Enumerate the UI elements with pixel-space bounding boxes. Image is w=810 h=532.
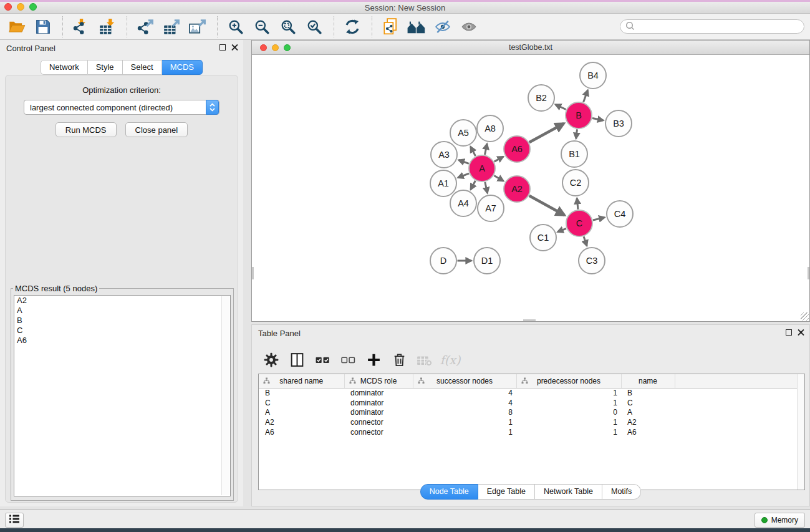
network-canvas[interactable]: AA1A3A5A8A4A7A6A2BB2B4B3B1C2CC4C1C3DD1 (252, 55, 809, 321)
node-A7[interactable]: A7 (478, 195, 504, 221)
tab-style[interactable]: Style (88, 60, 123, 75)
run-mcds-button[interactable]: Run MCDS (55, 122, 117, 137)
result-scrollbar[interactable] (221, 296, 229, 495)
table-row[interactable]: A2connector11A2 (259, 417, 804, 427)
column-header-predecessor-nodes[interactable]: predecessor nodes (516, 374, 621, 388)
edge-C-C1[interactable] (557, 228, 566, 231)
node-A1[interactable]: A1 (430, 170, 456, 196)
tab-network-table[interactable]: Network Table (535, 484, 602, 500)
column-header-name[interactable]: name (621, 374, 675, 388)
table-scrollbar[interactable] (797, 374, 804, 490)
refresh-icon[interactable] (342, 16, 363, 37)
clone-network-icon[interactable] (380, 16, 401, 37)
node-A2[interactable]: A2 (504, 176, 530, 202)
zoom-selected-icon[interactable] (304, 16, 325, 37)
edge-B-B4[interactable] (584, 90, 588, 102)
node-C2[interactable]: C2 (562, 170, 589, 196)
node-C3[interactable]: C3 (579, 248, 605, 274)
node-C1[interactable]: C1 (530, 225, 556, 251)
left-scroll-thumb[interactable] (252, 267, 254, 279)
tab-mcds[interactable]: MCDS (162, 60, 203, 75)
zoom-fit-icon[interactable] (277, 16, 299, 37)
column-header-shared-name[interactable]: shared name (259, 374, 344, 388)
export-network-icon[interactable] (135, 16, 156, 37)
tab-edge-table[interactable]: Edge Table (478, 484, 535, 500)
node-B4[interactable]: B4 (580, 62, 606, 89)
node-C4[interactable]: C4 (607, 201, 633, 227)
node-A6[interactable]: A6 (504, 136, 530, 162)
table-row[interactable]: Adominator80A (259, 407, 804, 417)
bottom-scroll-thumb[interactable] (523, 319, 536, 321)
node-D[interactable]: D (430, 248, 456, 274)
mcds-result-item[interactable]: B (14, 316, 230, 326)
delete-row-trash-icon[interactable] (391, 352, 407, 368)
show-columns-icon[interactable] (289, 352, 305, 368)
node-B2[interactable]: B2 (528, 85, 554, 111)
edge-B-B2[interactable] (556, 105, 566, 110)
node-A4[interactable]: A4 (450, 190, 476, 216)
search-input[interactable] (637, 22, 804, 31)
select-all-icon[interactable] (314, 352, 330, 368)
edge-A2-C[interactable] (529, 196, 565, 215)
node-B3[interactable]: B3 (605, 110, 632, 137)
node-A5[interactable]: A5 (450, 120, 476, 146)
tab-select[interactable]: Select (123, 60, 162, 75)
optimization-criterion-select[interactable]: largest connected component (directed) (24, 100, 219, 115)
edge-B-B1[interactable] (576, 129, 577, 138)
node-C[interactable]: C (566, 210, 592, 236)
import-table-icon[interactable] (97, 16, 118, 37)
search-field[interactable] (620, 19, 804, 34)
zoom-out-icon[interactable] (251, 16, 272, 37)
show-eye-icon[interactable] (458, 16, 480, 37)
task-history-button[interactable] (5, 513, 24, 528)
export-table-icon[interactable] (161, 16, 182, 37)
float-table-panel-icon[interactable] (786, 329, 792, 336)
edge-A-A3[interactable] (459, 160, 469, 163)
edge-A6-B[interactable] (529, 123, 564, 142)
tab-network[interactable]: Network (41, 60, 88, 75)
float-panel-icon[interactable] (219, 44, 226, 51)
mcds-result-item[interactable]: A (14, 306, 230, 316)
deselect-all-icon[interactable] (340, 352, 356, 368)
edge-A-A8[interactable] (485, 143, 487, 154)
close-panel-button[interactable]: Close panel (125, 122, 188, 137)
table-row[interactable]: A6connector11A6 (259, 427, 804, 437)
close-panel-icon[interactable] (231, 44, 238, 51)
edge-B-B3[interactable] (592, 118, 603, 120)
edge-A-A5[interactable] (471, 147, 476, 156)
tab-node-table[interactable]: Node Table (420, 484, 478, 500)
node-A8[interactable]: A8 (477, 115, 503, 142)
edge-A-A1[interactable] (458, 173, 469, 178)
table-settings-gear-icon[interactable] (263, 352, 279, 368)
edge-A-A7[interactable] (485, 182, 488, 193)
zoom-in-icon[interactable] (225, 16, 246, 37)
table-row[interactable]: Bdominator41B (259, 388, 804, 398)
column-header-MCDS-role[interactable]: MCDS role (344, 374, 413, 388)
node-B1[interactable]: B1 (561, 141, 587, 167)
close-table-panel-icon[interactable] (798, 329, 804, 336)
memory-button[interactable]: Memory (755, 513, 805, 528)
resize-grip[interactable] (801, 312, 809, 321)
mcds-result-list[interactable]: A2ABCA6 (14, 295, 231, 496)
tab-motifs[interactable]: Motifs (602, 484, 641, 500)
edge-C-C2[interactable] (577, 198, 578, 210)
edge-A-A2[interactable] (494, 175, 503, 181)
edge-C-C4[interactable] (593, 218, 605, 220)
home-icon[interactable] (406, 16, 427, 37)
add-row-icon[interactable] (365, 352, 382, 368)
node-A[interactable]: A (469, 155, 495, 181)
open-session-icon[interactable] (6, 16, 27, 37)
mcds-result-item[interactable]: C (14, 326, 230, 336)
node-B[interactable]: B (566, 102, 592, 128)
edge-A-A4[interactable] (471, 181, 476, 190)
node-D1[interactable]: D1 (474, 248, 500, 274)
edge-A-A6[interactable] (494, 157, 503, 162)
table-row[interactable]: Cdominator41C (259, 398, 804, 408)
mcds-result-item[interactable]: A2 (14, 296, 230, 306)
column-header-successor-nodes[interactable]: successor nodes (413, 374, 516, 388)
right-scroll-thumb[interactable] (808, 267, 809, 279)
hide-eye-slash-icon[interactable] (432, 16, 453, 37)
export-image-icon[interactable] (187, 16, 208, 37)
save-session-icon[interactable] (32, 16, 54, 37)
network-window-titlebar[interactable]: testGlobe.txt (252, 41, 809, 55)
